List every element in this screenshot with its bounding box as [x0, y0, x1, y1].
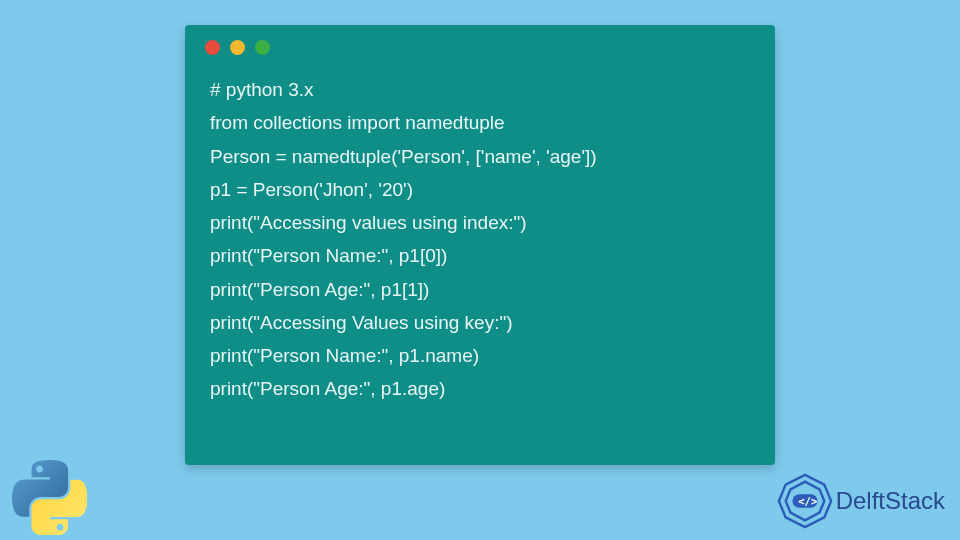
window-controls — [185, 25, 775, 65]
close-dot — [205, 40, 220, 55]
code-line: from collections import namedtuple — [210, 112, 505, 133]
code-line: print("Accessing values using index:") — [210, 212, 527, 233]
delftstack-logo: </> DelftStack — [776, 472, 945, 530]
code-line: print("Person Age:", p1[1]) — [210, 279, 429, 300]
code-line: print("Person Name:", p1[0]) — [210, 245, 447, 266]
code-line: print("Accessing Values using key:") — [210, 312, 513, 333]
code-content: # python 3.x from collections import nam… — [185, 65, 775, 426]
delftstack-text: DelftStack — [836, 487, 945, 515]
minimize-dot — [230, 40, 245, 55]
svg-text:</>: </> — [798, 495, 817, 508]
code-line: print("Person Name:", p1.name) — [210, 345, 479, 366]
code-line: p1 = Person('Jhon', '20') — [210, 179, 413, 200]
delftstack-emblem-icon: </> — [776, 472, 834, 530]
code-window: # python 3.x from collections import nam… — [185, 25, 775, 465]
python-logo-icon — [12, 460, 87, 535]
maximize-dot — [255, 40, 270, 55]
code-line: # python 3.x — [210, 79, 314, 100]
code-line: Person = namedtuple('Person', ['name', '… — [210, 146, 597, 167]
code-line: print("Person Age:", p1.age) — [210, 378, 445, 399]
